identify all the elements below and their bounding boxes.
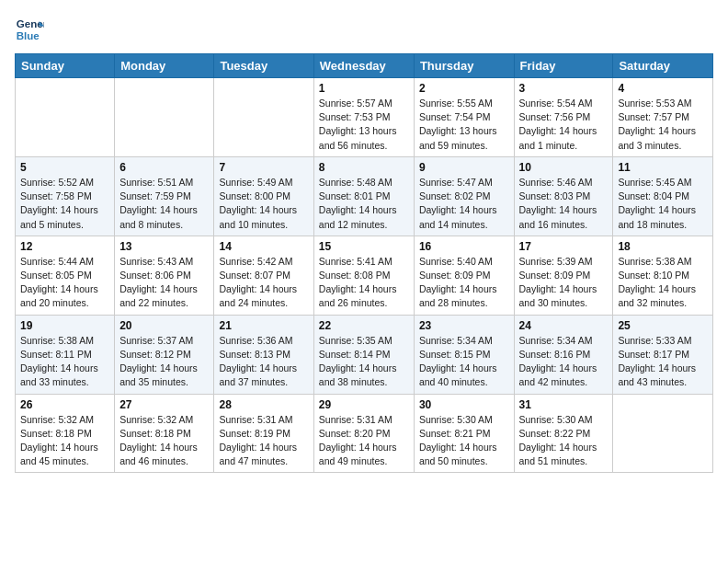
calendar-cell: 20Sunrise: 5:37 AMSunset: 8:12 PMDayligh… [115, 315, 214, 394]
day-number: 12 [20, 240, 109, 253]
sunset-text: Sunset: 7:56 PM [519, 111, 591, 122]
day-header-saturday: Saturday [613, 54, 713, 78]
page-header: General Blue [15, 15, 713, 44]
daylight-text: Daylight: 14 hours and 10 minutes. [219, 204, 297, 229]
calendar-cell: 4Sunrise: 5:53 AMSunset: 7:57 PMDaylight… [613, 78, 713, 157]
sunrise-text: Sunrise: 5:36 AM [219, 335, 292, 346]
svg-text:Blue: Blue [17, 30, 40, 41]
sunset-text: Sunset: 8:09 PM [419, 270, 491, 281]
sunset-text: Sunset: 8:05 PM [20, 270, 92, 281]
day-header-sunday: Sunday [16, 54, 115, 78]
day-number: 7 [219, 161, 308, 174]
daylight-text: Daylight: 14 hours and 24 minutes. [219, 283, 297, 308]
daylight-text: Daylight: 14 hours and 30 minutes. [519, 283, 597, 308]
sunrise-text: Sunrise: 5:31 AM [319, 414, 392, 425]
sunrise-text: Sunrise: 5:49 AM [219, 177, 292, 188]
daylight-text: Daylight: 14 hours and 16 minutes. [519, 204, 597, 229]
sunrise-text: Sunrise: 5:46 AM [519, 177, 593, 188]
day-info: Sunrise: 5:49 AMSunset: 8:00 PMDaylight:… [219, 176, 308, 232]
sunrise-text: Sunrise: 5:39 AM [519, 256, 593, 267]
day-number: 27 [119, 398, 209, 411]
daylight-text: Daylight: 14 hours and 22 minutes. [119, 283, 198, 308]
daylight-text: Daylight: 14 hours and 38 minutes. [319, 362, 397, 387]
sunrise-text: Sunrise: 5:33 AM [618, 335, 691, 346]
day-header-tuesday: Tuesday [214, 54, 313, 78]
sunrise-text: Sunrise: 5:38 AM [20, 335, 94, 346]
sunset-text: Sunset: 8:09 PM [519, 270, 591, 281]
calendar-cell: 21Sunrise: 5:36 AMSunset: 8:13 PMDayligh… [214, 315, 313, 394]
sunrise-text: Sunrise: 5:45 AM [618, 177, 691, 188]
sunset-text: Sunset: 8:14 PM [319, 349, 391, 360]
sunrise-text: Sunrise: 5:30 AM [419, 414, 493, 425]
day-info: Sunrise: 5:39 AMSunset: 8:09 PMDaylight:… [519, 255, 609, 311]
sunset-text: Sunset: 8:02 PM [419, 190, 491, 201]
day-number: 31 [519, 398, 609, 411]
daylight-text: Daylight: 14 hours and 40 minutes. [419, 362, 497, 387]
calendar-cell: 29Sunrise: 5:31 AMSunset: 8:20 PMDayligh… [313, 394, 414, 473]
calendar-table: SundayMondayTuesdayWednesdayThursdayFrid… [15, 53, 713, 473]
calendar-cell: 25Sunrise: 5:33 AMSunset: 8:17 PMDayligh… [613, 315, 713, 394]
day-number: 30 [419, 398, 509, 411]
sunset-text: Sunset: 8:13 PM [219, 349, 290, 360]
day-number: 11 [618, 161, 708, 174]
day-header-monday: Monday [115, 54, 214, 78]
calendar-cell: 15Sunrise: 5:41 AMSunset: 8:08 PMDayligh… [313, 236, 414, 315]
day-info: Sunrise: 5:31 AMSunset: 8:19 PMDaylight:… [219, 413, 308, 469]
calendar-header-row: SundayMondayTuesdayWednesdayThursdayFrid… [16, 54, 713, 78]
day-info: Sunrise: 5:40 AMSunset: 8:09 PMDaylight:… [419, 255, 509, 311]
calendar-cell: 17Sunrise: 5:39 AMSunset: 8:09 PMDayligh… [514, 236, 613, 315]
day-info: Sunrise: 5:54 AMSunset: 7:56 PMDaylight:… [519, 97, 609, 153]
sunrise-text: Sunrise: 5:54 AM [519, 98, 593, 109]
calendar-cell: 11Sunrise: 5:45 AMSunset: 8:04 PMDayligh… [613, 156, 713, 236]
sunrise-text: Sunrise: 5:32 AM [20, 414, 94, 425]
day-header-thursday: Thursday [414, 54, 514, 78]
day-number: 23 [419, 319, 509, 332]
sunrise-text: Sunrise: 5:40 AM [419, 256, 493, 267]
daylight-text: Daylight: 14 hours and 50 minutes. [419, 442, 497, 466]
sunset-text: Sunset: 7:57 PM [618, 111, 689, 122]
sunset-text: Sunset: 8:08 PM [319, 270, 391, 281]
sunrise-text: Sunrise: 5:41 AM [319, 256, 392, 267]
daylight-text: Daylight: 14 hours and 33 minutes. [20, 362, 98, 387]
calendar-cell: 26Sunrise: 5:32 AMSunset: 8:18 PMDayligh… [16, 394, 115, 473]
sunset-text: Sunset: 8:00 PM [219, 190, 290, 201]
calendar-cell: 2Sunrise: 5:55 AMSunset: 7:54 PMDaylight… [414, 78, 514, 157]
calendar-week-row: 12Sunrise: 5:44 AMSunset: 8:05 PMDayligh… [16, 236, 713, 315]
day-info: Sunrise: 5:51 AMSunset: 7:59 PMDaylight:… [119, 176, 209, 232]
calendar-cell: 22Sunrise: 5:35 AMSunset: 8:14 PMDayligh… [313, 315, 414, 394]
day-number: 22 [319, 319, 409, 332]
sunset-text: Sunset: 8:10 PM [618, 270, 689, 281]
day-number: 24 [519, 319, 609, 332]
sunset-text: Sunset: 8:17 PM [618, 349, 689, 360]
day-info: Sunrise: 5:34 AMSunset: 8:15 PMDaylight:… [419, 334, 509, 390]
sunset-text: Sunset: 8:19 PM [219, 428, 290, 439]
calendar-cell [115, 78, 214, 157]
daylight-text: Daylight: 14 hours and 47 minutes. [219, 442, 297, 466]
day-number: 16 [419, 240, 509, 253]
day-info: Sunrise: 5:48 AMSunset: 8:01 PMDaylight:… [319, 176, 409, 232]
sunrise-text: Sunrise: 5:53 AM [618, 98, 691, 109]
daylight-text: Daylight: 14 hours and 1 minute. [519, 125, 597, 150]
calendar-cell: 16Sunrise: 5:40 AMSunset: 8:09 PMDayligh… [414, 236, 514, 315]
calendar-cell: 10Sunrise: 5:46 AMSunset: 8:03 PMDayligh… [514, 156, 613, 236]
calendar-cell [613, 394, 713, 473]
day-info: Sunrise: 5:47 AMSunset: 8:02 PMDaylight:… [419, 176, 509, 232]
sunrise-text: Sunrise: 5:55 AM [419, 98, 493, 109]
day-number: 25 [618, 319, 708, 332]
day-number: 10 [519, 161, 609, 174]
sunset-text: Sunset: 7:58 PM [20, 190, 92, 201]
day-number: 6 [119, 161, 209, 174]
day-number: 29 [319, 398, 409, 411]
daylight-text: Daylight: 14 hours and 20 minutes. [20, 283, 98, 308]
sunrise-text: Sunrise: 5:57 AM [319, 98, 392, 109]
sunrise-text: Sunrise: 5:35 AM [319, 335, 392, 346]
day-number: 15 [319, 240, 409, 253]
calendar-cell: 28Sunrise: 5:31 AMSunset: 8:19 PMDayligh… [214, 394, 313, 473]
sunset-text: Sunset: 8:01 PM [319, 190, 391, 201]
day-number: 13 [119, 240, 209, 253]
sunrise-text: Sunrise: 5:43 AM [119, 256, 193, 267]
daylight-text: Daylight: 14 hours and 12 minutes. [319, 204, 397, 229]
calendar-week-row: 5Sunrise: 5:52 AMSunset: 7:58 PMDaylight… [16, 156, 713, 236]
daylight-text: Daylight: 14 hours and 46 minutes. [119, 442, 198, 466]
calendar-cell: 19Sunrise: 5:38 AMSunset: 8:11 PMDayligh… [16, 315, 115, 394]
